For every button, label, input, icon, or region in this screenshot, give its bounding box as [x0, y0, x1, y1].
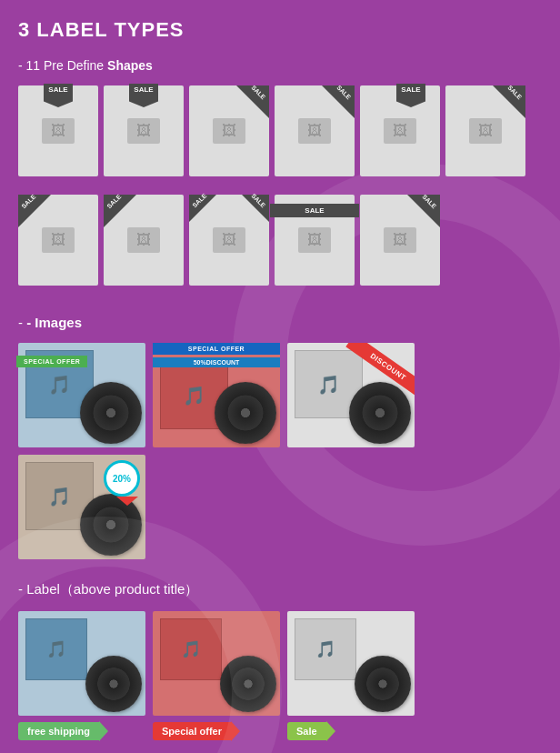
sale-badge-fold: SALE	[407, 195, 440, 227]
images-grid: 🎵 SPECIAL OFFER 🎵 SPECIAL OFFER 50%DISCO…	[18, 343, 542, 559]
tag-label-sale: Sale	[287, 722, 326, 740]
placeholder-img: 🖼	[298, 227, 331, 253]
product-item-3: 🎵 Sale WOO Album #3	[287, 611, 415, 753]
placeholder-img: 🖼	[42, 227, 75, 253]
sale-badge-fold-left: SALE	[104, 195, 136, 227]
shapes-subtitle: - 11 Pre Define Shapes	[18, 58, 542, 73]
circle-badge-20: 20%	[104, 460, 140, 497]
product-tag-green: free shipping	[18, 721, 145, 741]
shape-card: 🖼 SALE	[18, 85, 98, 176]
sale-badge-fold: SALE	[236, 85, 269, 118]
product-card-1: 🎵 SPECIAL OFFER	[18, 343, 145, 447]
product-item-1: 🎵 free shipping WOO Album #1	[18, 611, 145, 753]
product-tag-lime: Sale	[287, 721, 415, 741]
sale-badge-fold: SALE	[322, 85, 355, 118]
placeholder-img: 🖼	[213, 227, 245, 253]
product-thumb-2: 🎵	[153, 611, 280, 716]
shape-card: 🖼 SALE	[360, 85, 440, 176]
placeholder-img: 🖼	[298, 118, 331, 144]
sale-badge-fold: SALE	[493, 85, 525, 118]
sale-badge-fold-left: SALE	[18, 195, 51, 227]
placeholder-img: 🖼	[384, 118, 416, 144]
shape-card: 🖼 SALE	[104, 85, 184, 176]
sale-ribbon: SALE	[270, 204, 359, 217]
discount-subbanner: 50%DISCOUNT	[153, 357, 280, 367]
shapes-grid-row1: 🖼 SALE 🖼 SALE 🖼 SALE 🖼 SALE 🖼 SALE 🖼 SAL…	[18, 85, 542, 176]
shape-card: 🖼 SALE	[189, 85, 269, 176]
product-card-4: 🎵 20%	[18, 455, 145, 559]
sale-badge-fold-right: SALE	[242, 195, 269, 222]
shape-card: 🖼 SALE	[18, 195, 98, 286]
shapes-grid-row2: 🖼 SALE 🖼 SALE 🖼 SALE SALE 🖼 SALE 🖼	[18, 195, 542, 286]
product-card-3: 🎵 DISCOUNT	[287, 343, 415, 447]
tag-arrow-red	[231, 721, 240, 741]
product-card-2: 🎵 SPECIAL OFFER 50%DISCOUNT	[153, 343, 280, 447]
shape-card: 🖼 SALE	[275, 195, 355, 286]
product-thumb-1: 🎵	[18, 611, 145, 716]
shape-card: 🖼 SALE	[360, 195, 440, 286]
ribbon-triangle	[116, 497, 138, 506]
label-section-label: - Label（above product title）	[18, 581, 542, 598]
sale-badge: SALE	[129, 84, 158, 107]
shape-card: 🖼 SALE	[275, 85, 355, 176]
placeholder-img: 🖼	[469, 118, 502, 144]
shape-card: 🖼 SALE	[445, 85, 525, 176]
placeholder-img: 🖼	[42, 118, 75, 144]
images-section-label: - - Images	[18, 315, 542, 330]
placeholder-img: 🖼	[384, 227, 416, 253]
product-thumb-3: 🎵	[287, 611, 415, 716]
placeholder-img: 🖼	[213, 118, 245, 144]
special-offer-label-green: SPECIAL OFFER	[16, 356, 87, 367]
page-title: 3 LABEL TYPES	[18, 18, 542, 42]
tag-arrow-green	[99, 721, 108, 741]
product-tag-red: Special offer	[153, 721, 280, 741]
sale-badge-fold-left: SALE	[189, 195, 216, 222]
placeholder-img: 🖼	[127, 227, 160, 253]
tag-label-special-offer: Special offer	[153, 722, 231, 740]
tag-arrow-lime	[326, 721, 335, 741]
products-row: 🎵 free shipping WOO Album #1 🎵 Special o…	[18, 611, 542, 753]
shape-card: 🖼 SALE	[104, 195, 184, 286]
shape-card: 🖼 SALE SALE	[189, 195, 269, 286]
sale-badge: SALE	[396, 84, 425, 107]
special-offer-banner: SPECIAL OFFER	[153, 343, 280, 355]
tag-label-free-shipping: free shipping	[18, 722, 99, 740]
sale-badge: SALE	[44, 84, 73, 107]
placeholder-img: 🖼	[127, 118, 160, 144]
product-item-2: 🎵 Special offer WOO Album #2	[153, 611, 280, 753]
